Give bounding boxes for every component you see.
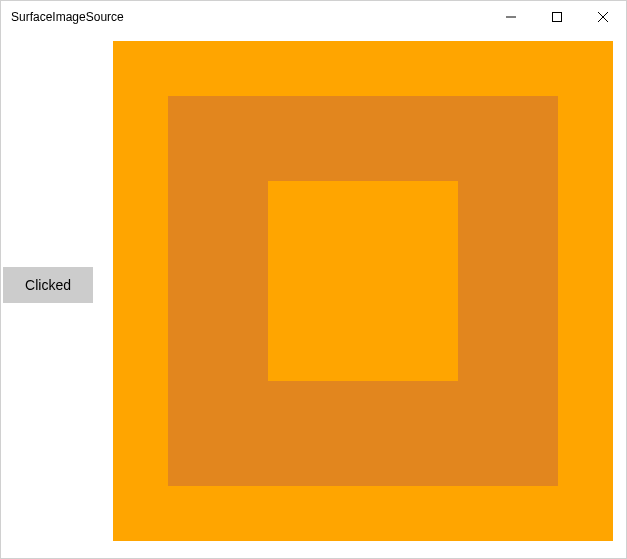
maximize-icon — [552, 12, 562, 22]
minimize-icon — [506, 12, 516, 22]
minimize-button[interactable] — [488, 1, 534, 33]
close-icon — [598, 12, 608, 22]
close-button[interactable] — [580, 1, 626, 33]
surface-image — [113, 41, 613, 541]
client-area: Clicked — [1, 33, 626, 558]
titlebar: SurfaceImageSource — [1, 1, 626, 33]
clicked-button-label: Clicked — [25, 277, 71, 293]
svg-rect-1 — [553, 13, 562, 22]
clicked-button[interactable]: Clicked — [3, 267, 93, 303]
window-title: SurfaceImageSource — [11, 10, 124, 24]
window-controls — [488, 1, 626, 33]
maximize-button[interactable] — [534, 1, 580, 33]
inner-rect — [268, 181, 458, 381]
